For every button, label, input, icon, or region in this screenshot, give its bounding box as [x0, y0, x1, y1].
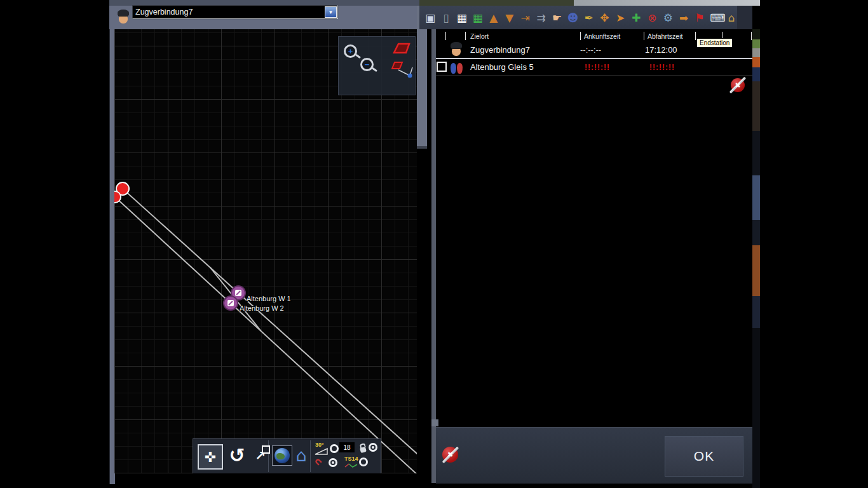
- column-header-zielort: Zielort: [470, 32, 489, 40]
- map-window-border-step: [417, 146, 427, 149]
- hand-pointer-icon[interactable]: ☛: [552, 10, 563, 25]
- enter-box-icon[interactable]: ➡: [678, 10, 689, 25]
- header-separator: [644, 32, 644, 40]
- lock-radio[interactable]: [369, 443, 377, 452]
- console-icon[interactable]: ⌨: [710, 10, 721, 25]
- track-map: Altenburg W 1 Altenburg W 2: [114, 29, 417, 473]
- row2-bottom-border: [436, 75, 752, 76]
- row1-arrival: --:--:--: [580, 45, 601, 55]
- scene-sliver-top: [419, 0, 574, 6]
- train-connection-dropdown[interactable]: Zugverbindung7 ▼: [132, 5, 338, 19]
- switch-marker-w2[interactable]: [224, 296, 238, 310]
- passengers-icon[interactable]: ☻: [567, 10, 579, 25]
- magnet-radio[interactable]: [329, 458, 337, 467]
- switch-label-w2: Altenburg W 2: [240, 304, 284, 312]
- passengers-row-icon: [451, 61, 463, 74]
- toolbar-separator: [310, 440, 311, 472]
- row-separator: [436, 58, 752, 59]
- grid-green-icon[interactable]: ▦: [472, 10, 484, 25]
- track-map-canvas[interactable]: Altenburg W 1 Altenburg W 2 + − ✜ ↺ ↗: [114, 29, 417, 473]
- ts-zigzag-icon: [344, 463, 358, 468]
- zoom-in-icon[interactable]: +: [344, 44, 357, 58]
- add-icon[interactable]: ✚: [630, 10, 642, 25]
- fuel-pen-icon[interactable]: ✒: [583, 10, 595, 25]
- header-separator: [751, 32, 752, 40]
- conductor-avatar-icon: [116, 9, 130, 25]
- schedule-dialog: Zielort Ankunftszeit Abfahrtszeit Endsta…: [436, 29, 752, 483]
- column-header-ankunftszeit: Ankunftszeit: [584, 32, 620, 40]
- row2-arrival: !!:!!:!!: [585, 63, 610, 72]
- route-add-icon[interactable]: ➤: [614, 10, 626, 25]
- track-line-lower: [115, 197, 417, 473]
- main-toolbar: ▣ ▯ ▦ ▦ ▲ ▼ ⇥ ⇉ ☛ ☻ ✒ ✥ ➤ ✚ ⊗ ⚙ ➡ ⚑ ⌨ ⌂: [419, 6, 737, 29]
- lock-icon[interactable]: [360, 447, 367, 453]
- scene-3d-sliver: [752, 29, 760, 488]
- delete-connection-icon[interactable]: [442, 447, 458, 463]
- header-separator: [695, 32, 696, 40]
- track-signal-icon[interactable]: [390, 58, 414, 81]
- flag-icon[interactable]: ⚑: [694, 10, 705, 25]
- ts-radio[interactable]: [359, 458, 368, 466]
- center-view-icon[interactable]: ✥: [599, 10, 610, 25]
- height-value-display[interactable]: 18: [339, 442, 355, 452]
- dialog-left-border: [431, 29, 436, 483]
- save-icon[interactable]: ▣: [424, 10, 436, 25]
- row1-zielort: Zugverbindung7: [470, 45, 530, 55]
- conductor-row-icon: [449, 41, 463, 57]
- row2-checkbox[interactable]: [437, 62, 447, 72]
- depot-icon[interactable]: ⌂: [726, 10, 737, 25]
- globe-icon: [275, 448, 290, 463]
- toolbar-right-fill: [737, 6, 752, 29]
- header-separator: [465, 32, 466, 40]
- dialog-resize-square: [431, 419, 438, 426]
- dropdown-arrow-icon[interactable]: ▼: [325, 6, 337, 18]
- map-window-titlebar: Zugverbindung7 ▼: [109, 0, 419, 29]
- search-cancel-icon[interactable]: ⊗: [646, 10, 658, 25]
- row1-departure: 17:12:00: [645, 45, 677, 55]
- download-icon[interactable]: ▼: [504, 10, 515, 25]
- grid-light-icon[interactable]: ▦: [456, 10, 468, 25]
- header-separator: [580, 32, 581, 40]
- map-mini-toolbar: + −: [338, 36, 416, 95]
- track-line-upper: [123, 189, 417, 459]
- zoom-out-icon[interactable]: −: [360, 58, 374, 71]
- home-view-button[interactable]: ⌂: [292, 443, 310, 467]
- endstation-tooltip: Endstation: [696, 38, 733, 48]
- move-target-square: [262, 445, 270, 454]
- ok-button[interactable]: OK: [665, 436, 743, 477]
- file-settings-icon[interactable]: ⚙: [662, 10, 674, 25]
- dialog-footer: OK: [436, 427, 752, 484]
- trash-icon[interactable]: ▯: [440, 10, 452, 25]
- train-connection-value: Zugverbindung7: [133, 8, 325, 17]
- switch-label-w1: Altenburg W 1: [247, 295, 291, 302]
- rotate-mode-button[interactable]: ↺: [225, 442, 249, 468]
- slope-icon[interactable]: [314, 447, 329, 456]
- move-object-button[interactable]: ↗: [250, 445, 271, 466]
- insert-right-icon[interactable]: ⇥: [520, 10, 531, 25]
- delete-row-icon[interactable]: [731, 78, 745, 92]
- row2-departure: !!:!!:!!: [649, 63, 675, 72]
- column-header-abfahrtszeit: Abfahrtszeit: [648, 32, 682, 40]
- train-position-marker-2[interactable]: [114, 191, 121, 203]
- pan-mode-button[interactable]: ✜: [198, 444, 223, 470]
- slope-radio[interactable]: [330, 444, 339, 453]
- map-bottom-toolbar: ✜ ↺ ↗ ⌂ 30° 18 ∪ TS14: [193, 438, 381, 473]
- sky-sliver: [574, 0, 760, 6]
- globe-view-button[interactable]: [272, 445, 292, 466]
- upload-icon[interactable]: ▲: [488, 10, 499, 25]
- duplicate-right-icon[interactable]: ⇉: [536, 10, 547, 25]
- ts-label: TS14: [344, 456, 358, 462]
- track-segment-icon[interactable]: [392, 41, 411, 55]
- header-separator: [445, 32, 446, 40]
- magnet-snap-icon[interactable]: ∪: [311, 455, 325, 468]
- screen: Zugverbindung7 ▼ Altenburg W 1 Altenbur: [0, 0, 868, 488]
- row2-zielort: Altenburg Gleis 5: [470, 62, 534, 72]
